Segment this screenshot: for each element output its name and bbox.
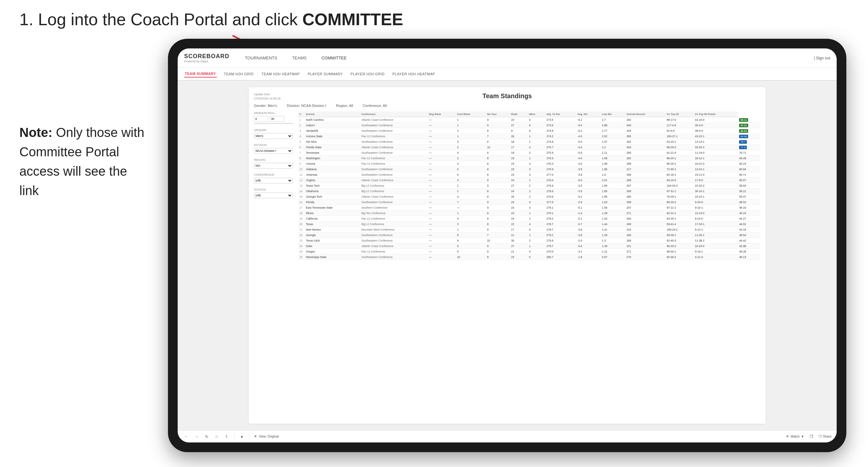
- filter-group-conference: Conference (All): [254, 173, 293, 183]
- points-cell: 55.47: [738, 194, 761, 199]
- rnds-cell: 18: [509, 139, 528, 145]
- school-cell: Florida State: [304, 145, 360, 150]
- toolbar-separator-2: [249, 434, 249, 440]
- avg-sg-cell: -5.1: [576, 216, 600, 222]
- sub-nav-player-summary[interactable]: PLAYER SUMMARY: [307, 71, 343, 77]
- no-tour-cell: 8: [486, 172, 509, 178]
- filter-conference-select[interactable]: (All): [254, 178, 293, 183]
- share-label: Share: [823, 435, 832, 438]
- filter-school-label: School: [254, 188, 293, 191]
- toolbar-share-toolbar[interactable]: ⇧: [223, 433, 230, 440]
- filter-min-input[interactable]: [254, 116, 269, 122]
- school-cell: Georgia Tech: [304, 194, 360, 199]
- watch-icon: 👁: [786, 435, 789, 438]
- rank-cell: 21: [298, 227, 304, 232]
- adj-par-cell: 276.3: [545, 161, 576, 167]
- tablet-screen: SCOREBOARD Powered by clippd TOURNAMENTS…: [178, 49, 837, 442]
- reg-rank-cell: —: [427, 194, 456, 199]
- no-tour-cell: 8: [486, 128, 509, 134]
- sign-out[interactable]: | Sign out: [814, 56, 831, 60]
- vs-top25-cell: 12-14-1: [693, 139, 738, 145]
- wins-cell: 4: [528, 227, 545, 232]
- filter-region-select[interactable]: N/A: [254, 163, 293, 168]
- toolbar-bookmark[interactable]: ☆: [213, 433, 220, 440]
- toolbar-forward[interactable]: →: [193, 433, 200, 440]
- points-cell: 44.42: [738, 238, 761, 244]
- reg-rank-cell: —: [427, 189, 456, 194]
- conf-cell: Atlantic Coast Conference: [360, 117, 427, 123]
- avg-sg2-cell: 1.28: [600, 211, 625, 216]
- points-cell: 58.94: [738, 183, 761, 189]
- no-tour-cell: 8: [486, 211, 509, 216]
- col-conference: Conference: [360, 112, 427, 117]
- avg-sg2-cell: 1.9: [600, 172, 625, 178]
- avg-sg-cell: -4.4: [576, 145, 600, 150]
- sub-nav-player-h2h-grid[interactable]: PLAYER H2H GRID: [350, 71, 385, 77]
- no-tour-cell: 8: [486, 189, 509, 194]
- nav-teams[interactable]: TEAMS: [289, 54, 309, 62]
- watch-button[interactable]: 👁 Watch ▼: [786, 435, 804, 438]
- overall-cell: 62-31-1: [665, 211, 693, 216]
- reg-rank-cell: —: [427, 167, 456, 172]
- wins-cell: 1: [528, 211, 545, 216]
- low-rd-cell: 258: [625, 199, 665, 205]
- nav-tournaments[interactable]: TOURNAMENTS: [242, 54, 280, 62]
- school-cell: Vanderbilt: [304, 128, 360, 134]
- rnds-cell: 21: [509, 232, 528, 238]
- col-adj-par: Adj. To Par: [545, 112, 576, 117]
- conf-cell: Big 12 Conference: [360, 189, 427, 194]
- adj-par-cell: 279.7: [545, 244, 576, 249]
- table-row: 7 Tennessee Southeastern Conference — 4 …: [298, 150, 761, 156]
- toolbar-fullscreen[interactable]: ❐: [808, 433, 815, 440]
- filter-range: [254, 116, 293, 122]
- filter-gender-select[interactable]: Men's: [254, 133, 293, 139]
- rnds-cell: 23: [509, 211, 528, 216]
- conf-cell: Southeastern Conference: [360, 128, 427, 134]
- app-header: SCOREBOARD Powered by clippd TOURNAMENTS…: [178, 49, 837, 68]
- table-row: 3 Vanderbilt Southeastern Conference — 2…: [298, 128, 761, 134]
- filter-school-select[interactable]: (All): [254, 192, 293, 198]
- toolbar-clock[interactable]: ●: [239, 433, 245, 440]
- reg-rank-cell: —: [427, 211, 456, 216]
- points-cell: 87.21: [738, 123, 761, 128]
- school-cell: Texas Tech: [304, 183, 360, 189]
- low-rd-cell: 264: [625, 145, 665, 150]
- wins-cell: 4: [528, 145, 545, 150]
- wins-cell: 4: [528, 199, 545, 205]
- rnds-cell: 24: [509, 205, 528, 211]
- view-original-button[interactable]: 👁 View: Original: [254, 435, 279, 438]
- conf-cell: Atlantic Coast Conference: [360, 194, 427, 199]
- overall-cell: 86-25-1: [665, 161, 693, 167]
- sub-nav-team-h2h-grid[interactable]: TEAM H2H GRID: [223, 71, 254, 77]
- conf-cell: Southeastern Conference: [360, 150, 427, 156]
- conf-rank-cell: 1: [456, 183, 486, 189]
- avg-sg2-cell: 2.11: [600, 150, 625, 156]
- avg-sg-cell: -5.0: [576, 139, 600, 145]
- no-tour-cell: 7: [486, 134, 509, 139]
- toolbar-refresh[interactable]: ↻: [204, 433, 210, 440]
- reg-rank-cell: —: [427, 244, 456, 249]
- rank-cell: 6: [298, 145, 304, 150]
- sub-nav-team-summary[interactable]: TEAM SUMMARY: [184, 70, 217, 77]
- school-cell: Virginia: [304, 178, 360, 183]
- col-avg-sg: Avg. SG: [576, 112, 600, 117]
- reg-rank-cell: —: [427, 199, 456, 205]
- wins-cell: 4: [528, 117, 545, 123]
- filter-division-select[interactable]: NCAA Division I: [254, 148, 293, 154]
- rank-cell: 10: [298, 167, 304, 172]
- nav-committee[interactable]: COMMITTEE: [319, 54, 349, 62]
- school-cell: Arkansas: [304, 172, 360, 178]
- filter-group-gender: Gender Men's: [254, 128, 293, 139]
- share-button[interactable]: ❐ Share: [818, 435, 832, 438]
- toolbar-back[interactable]: ←: [183, 433, 190, 440]
- filter-max-input[interactable]: [270, 116, 284, 122]
- rnds-cell: 18: [509, 150, 528, 156]
- adj-par-cell: 274.8: [545, 139, 576, 145]
- conf-cell: Big Ten Conference: [360, 211, 427, 216]
- wins-cell: 2: [528, 189, 545, 194]
- sub-nav-team-h2h-heatmap[interactable]: TEAM H2H HEATMAP: [261, 71, 301, 77]
- low-rd-cell: 217: [625, 167, 665, 172]
- filter-division-label: Division: [254, 144, 293, 147]
- rank-cell: 8: [298, 156, 304, 161]
- sub-nav-player-h2h-heatmap[interactable]: PLAYER H2H HEATMAP: [392, 71, 436, 77]
